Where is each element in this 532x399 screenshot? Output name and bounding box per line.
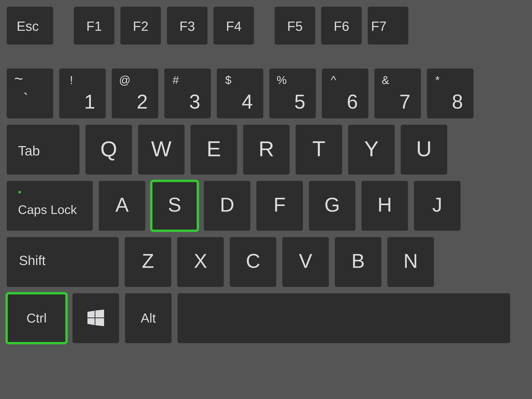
key-tilde-lower: `	[23, 90, 28, 107]
key-h-label: H	[361, 193, 408, 216]
key-y-label: Y	[348, 136, 395, 161]
key-q[interactable]: Q	[85, 125, 132, 175]
key-3[interactable]: # 3	[164, 69, 211, 118]
key-8-lower: 8	[452, 90, 463, 113]
key-j-label: J	[414, 193, 461, 216]
key-f7-label: F7	[371, 19, 386, 34]
key-esc[interactable]: Esc	[7, 7, 53, 44]
key-c-label: C	[230, 249, 276, 272]
key-shift-label: Shift	[19, 253, 45, 268]
key-r-label: R	[243, 136, 290, 161]
key-6-upper: ^	[331, 74, 336, 86]
key-s[interactable]: S	[151, 181, 198, 231]
key-2-lower: 2	[137, 90, 148, 113]
key-alt[interactable]: Alt	[125, 293, 171, 343]
key-4-lower: 4	[242, 90, 253, 113]
key-t[interactable]: T	[296, 125, 342, 175]
key-f3[interactable]: F3	[167, 7, 208, 44]
key-f2-label: F2	[120, 19, 161, 34]
key-x[interactable]: X	[177, 237, 224, 287]
key-7[interactable]: & 7	[374, 69, 421, 118]
caps-lock-indicator-icon	[18, 191, 21, 194]
key-h[interactable]: H	[361, 181, 408, 231]
key-f-label: F	[256, 193, 303, 216]
key-b[interactable]: B	[335, 237, 381, 287]
key-f3-label: F3	[167, 19, 208, 34]
key-f6[interactable]: F6	[321, 7, 362, 44]
svg-marker-3	[95, 318, 104, 326]
key-f4[interactable]: F4	[214, 7, 254, 44]
key-f4-label: F4	[214, 19, 254, 34]
key-z[interactable]: Z	[125, 237, 171, 287]
key-n-label: N	[387, 249, 434, 272]
key-u-label: U	[401, 136, 447, 161]
windows-icon	[88, 310, 104, 327]
key-tilde[interactable]: ~ `	[7, 69, 53, 118]
key-f1[interactable]: F1	[74, 7, 114, 44]
key-w[interactable]: W	[138, 125, 184, 175]
key-2[interactable]: @ 2	[112, 69, 158, 118]
key-caps-lock[interactable]: Caps Lock	[7, 181, 93, 231]
key-5[interactable]: % 5	[269, 69, 316, 118]
key-f7[interactable]: F7	[368, 7, 408, 44]
key-2-upper: @	[119, 74, 131, 86]
key-caps-lock-label: Caps Lock	[18, 203, 77, 217]
key-3-upper: #	[173, 74, 179, 86]
svg-marker-0	[88, 311, 95, 317]
key-f1-label: F1	[74, 19, 114, 34]
key-tab-label: Tab	[18, 143, 40, 158]
key-x-label: X	[177, 249, 224, 272]
key-f5[interactable]: F5	[275, 7, 315, 44]
key-g[interactable]: G	[309, 181, 355, 231]
key-windows[interactable]	[72, 293, 119, 343]
key-v-label: V	[282, 249, 329, 272]
svg-marker-1	[95, 310, 104, 317]
key-q-label: Q	[85, 136, 132, 161]
key-8[interactable]: * 8	[427, 69, 474, 118]
key-d-label: D	[204, 193, 250, 216]
key-e-label: E	[190, 136, 237, 161]
key-5-upper: %	[277, 74, 287, 86]
key-8-upper: *	[435, 74, 440, 86]
key-7-lower: 7	[399, 90, 411, 113]
key-ctrl-label: Ctrl	[7, 310, 66, 326]
key-ctrl[interactable]: Ctrl	[7, 293, 66, 343]
key-shift[interactable]: Shift	[7, 237, 119, 287]
key-a[interactable]: A	[99, 181, 145, 231]
key-4[interactable]: $ 4	[217, 69, 263, 118]
key-r[interactable]: R	[243, 125, 290, 175]
key-w-label: W	[138, 136, 184, 161]
key-6[interactable]: ^ 6	[322, 69, 368, 118]
key-4-upper: $	[225, 74, 231, 86]
key-e[interactable]: E	[190, 125, 237, 175]
key-b-label: B	[335, 249, 381, 272]
key-y[interactable]: Y	[348, 125, 395, 175]
key-tilde-upper: ~	[14, 70, 23, 87]
key-f5-label: F5	[275, 19, 315, 34]
key-j[interactable]: J	[414, 181, 461, 231]
key-alt-label: Alt	[125, 310, 171, 326]
key-a-label: A	[99, 193, 145, 216]
key-u[interactable]: U	[401, 125, 447, 175]
key-g-label: G	[309, 193, 355, 216]
key-6-lower: 6	[347, 90, 358, 113]
key-1-upper: !	[70, 74, 73, 86]
key-esc-label: Esc	[17, 19, 39, 34]
key-f2[interactable]: F2	[120, 7, 161, 44]
key-5-lower: 5	[294, 90, 305, 113]
key-f6-label: F6	[321, 19, 362, 34]
key-c[interactable]: C	[230, 237, 276, 287]
key-3-lower: 3	[189, 90, 200, 113]
key-f[interactable]: F	[256, 181, 303, 231]
key-1[interactable]: ! 1	[59, 69, 106, 118]
key-n[interactable]: N	[387, 237, 434, 287]
svg-marker-2	[88, 318, 95, 325]
key-s-label: S	[151, 193, 198, 216]
key-space[interactable]	[177, 293, 510, 343]
key-d[interactable]: D	[204, 181, 250, 231]
key-v[interactable]: V	[282, 237, 329, 287]
keyboard: Esc F1 F2 F3 F4 F5 F6 F7 ~ ` ! 1	[0, 0, 532, 399]
key-7-upper: &	[382, 74, 389, 86]
key-1-lower: 1	[84, 90, 95, 113]
key-tab[interactable]: Tab	[7, 125, 79, 175]
